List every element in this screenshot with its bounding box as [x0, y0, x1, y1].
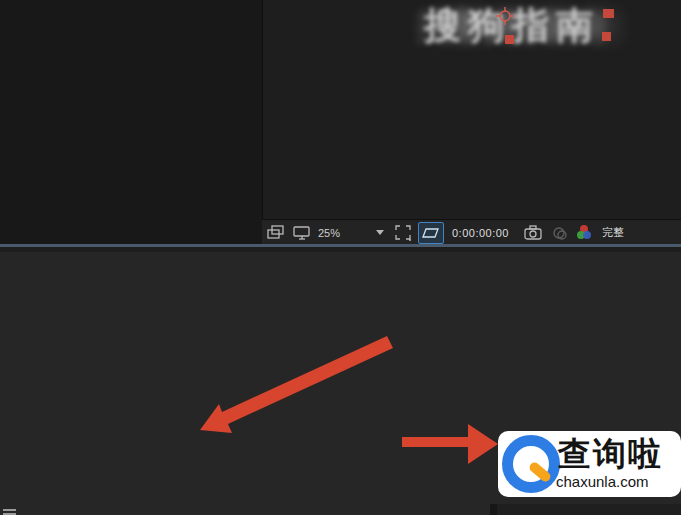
viewer-toolbar: 25% 0:00:00:00	[262, 219, 681, 245]
view-layout-icon[interactable]	[267, 220, 285, 245]
show-snapshot-icon[interactable]	[551, 220, 568, 245]
layer-handle[interactable]	[603, 9, 614, 18]
panel-divider[interactable]	[0, 244, 681, 247]
left-panel-area	[0, 0, 263, 246]
layer-handle[interactable]	[602, 32, 611, 41]
panel-menu-icon[interactable]	[3, 509, 16, 515]
anchor-point-icon[interactable]	[496, 7, 514, 25]
monitor-icon[interactable]	[293, 220, 311, 245]
watermark: 查询啦 chaxunla.com	[498, 431, 681, 497]
magnification-chevron-icon[interactable]	[376, 220, 384, 245]
layer-handle[interactable]	[505, 35, 514, 44]
rgb-channels-icon[interactable]	[575, 220, 594, 245]
composition-viewer: 搜狗指南 25%	[0, 0, 681, 246]
timeline-track-area	[497, 504, 681, 515]
after-effects-window: 搜狗指南 25%	[0, 0, 681, 515]
watermark-title: 查询啦	[558, 432, 663, 477]
preview-timecode[interactable]: 0:00:00:00	[452, 220, 509, 245]
magnification-value[interactable]: 25%	[318, 220, 340, 245]
resolution-select[interactable]: 完整	[602, 220, 624, 245]
watermark-domain: chaxunla.com	[556, 473, 649, 490]
region-of-interest-icon[interactable]	[394, 220, 414, 245]
camera-snapshot-icon[interactable]	[524, 220, 543, 245]
grid-guides-icon[interactable]	[418, 222, 444, 244]
panel-splitter[interactable]	[490, 504, 497, 515]
